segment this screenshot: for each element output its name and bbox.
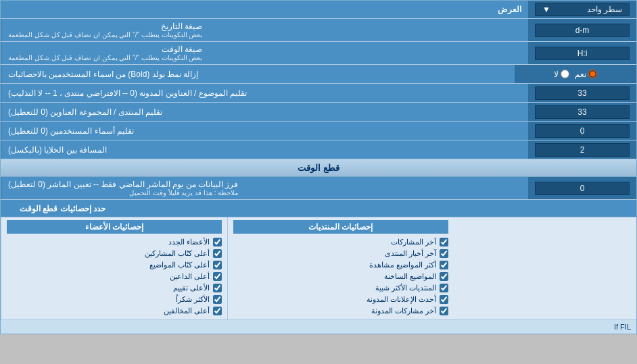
cb-new-members[interactable]	[213, 238, 222, 246]
trim-usernames-input-cell	[528, 122, 636, 140]
date-format-input-cell	[528, 19, 636, 41]
radio-no-label[interactable]: لا	[554, 70, 569, 79]
cell-spacing-input-cell	[528, 140, 636, 159]
realtime-input-cell	[528, 177, 636, 199]
list-item: أعلى المخالفين	[7, 305, 222, 317]
cb-latest-blog-announcements[interactable]	[440, 295, 448, 304]
realtime-input[interactable]	[535, 182, 630, 195]
title-order-input[interactable]	[535, 86, 630, 100]
date-format-row: صيغة التاريخ بعض التكوينات يتطلب "/" الت…	[1, 19, 636, 42]
if-fil-text: If FIL	[614, 323, 631, 331]
list-item: أعلى كتّاب المواضيع	[7, 259, 222, 271]
list-item: آخر أخبار المنتدى	[233, 248, 448, 259]
main-container: العرض سطر واحد ▼ صيغة التاريخ بعض التكوي…	[0, 0, 637, 334]
cb-top-rated[interactable]	[213, 284, 222, 292]
cb-top-posters[interactable]	[213, 249, 222, 258]
list-item: الأعلى تقييم	[7, 282, 222, 294]
checkbox-col-members: إحصائيات الأعضاء الأعضاء الجدد أعلى كتّا…	[1, 217, 227, 319]
header-row: العرض سطر واحد ▼	[1, 1, 636, 19]
cb-most-thanked[interactable]	[213, 295, 222, 304]
cb-top-inviters[interactable]	[213, 272, 222, 281]
title-order-label: تقليم الموضوع / العناوين المدونة (0 -- ا…	[1, 84, 528, 102]
time-format-input-cell	[528, 42, 636, 64]
trim-usernames-label: تقليم أسماء المستخدمين (0 للتعطيل)	[1, 122, 528, 140]
cell-spacing-label: المسافة بين الخلايا (بالبكسل)	[1, 140, 528, 159]
cell-spacing-row: المسافة بين الخلايا (بالبكسل)	[1, 140, 636, 159]
view-dropdown[interactable]: سطر واحد ▼	[535, 3, 630, 16]
title-order-row: تقليم الموضوع / العناوين المدونة (0 -- ا…	[1, 84, 636, 103]
header-label: العرض	[1, 2, 528, 17]
chevron-down-icon: ▼	[542, 5, 550, 14]
if-fil-bar: If FIL	[1, 319, 636, 334]
realtime-label: فرز البيانات من يوم الماشر الماضي فقط --…	[1, 177, 528, 199]
realtime-row: فرز البيانات من يوم الماشر الماضي فقط --…	[1, 177, 636, 200]
list-item: أحدث الإعلانات المدونة	[233, 294, 448, 305]
forum-usernames-row: تقليم المنتدى / المجموعة العناوين (0 للت…	[1, 103, 636, 122]
cb-most-viewed[interactable]	[440, 261, 448, 269]
title-order-input-cell	[528, 84, 636, 102]
col-members-header: إحصائيات الأعضاء	[7, 220, 222, 234]
limit-section-label: حدد إحصائيات قطع الوقت	[20, 204, 105, 213]
list-item: آخر مشاركات المدونة	[233, 305, 448, 317]
cb-hot-topics[interactable]	[440, 272, 448, 281]
cb-top-violators[interactable]	[213, 307, 222, 315]
bold-remove-row: إزالة نمط بولد (Bold) من اسماء المستخدمي…	[1, 65, 636, 84]
cb-most-similar-forums[interactable]	[440, 284, 448, 292]
radio-no[interactable]	[561, 70, 569, 78]
col-forums-header: إحصائيات المنتديات	[233, 220, 448, 234]
limit-section-bar: حدد إحصائيات قطع الوقت	[1, 200, 636, 217]
header-dropdown-cell: سطر واحد ▼	[528, 1, 636, 18]
list-item: أعلى الداعين	[7, 271, 222, 282]
date-format-input[interactable]	[535, 24, 630, 37]
cell-spacing-input[interactable]	[535, 143, 630, 157]
cb-last-blog-posts[interactable]	[440, 307, 448, 315]
forum-usernames-input[interactable]	[535, 105, 630, 119]
cb-last-posts[interactable]	[440, 238, 448, 246]
cb-top-thread-writers[interactable]	[213, 261, 222, 269]
realtime-section-header: قطع الوقت	[1, 159, 636, 177]
checkbox-col-forums: إحصائيات المنتديات آخر المشاركات آخر أخب…	[227, 217, 454, 319]
list-item: آخر المشاركات	[233, 236, 448, 248]
forum-usernames-input-cell	[528, 103, 636, 121]
date-format-label: صيغة التاريخ بعض التكوينات يتطلب "/" الت…	[1, 19, 528, 41]
list-item: الأعضاء الجدد	[7, 236, 222, 248]
time-format-input[interactable]	[535, 47, 630, 60]
forum-usernames-label: تقليم المنتدى / المجموعة العناوين (0 للت…	[1, 103, 528, 121]
cb-last-news[interactable]	[440, 249, 448, 258]
time-format-row: صيغة الوقت بعض التكوينات يتطلب "/" التي …	[1, 42, 636, 65]
checkbox-columns-container: إحصائيات الأعضاء الأعضاء الجدد أعلى كتّا…	[1, 217, 636, 319]
list-item: أكثر المواضيع مشاهدة	[233, 259, 448, 271]
radio-yes[interactable]	[588, 70, 597, 78]
time-format-label: صيغة الوقت بعض التكوينات يتطلب "/" التي …	[1, 42, 528, 64]
list-item: الأكثر شكراً	[7, 294, 222, 305]
bold-remove-radio-cell: نعم لا	[515, 65, 636, 83]
list-item: المنتديات الأكثر شبية	[233, 282, 448, 294]
bold-remove-label: إزالة نمط بولد (Bold) من اسماء المستخدمي…	[1, 65, 515, 83]
list-item: أعلى كتّاب المشاركين	[7, 248, 222, 259]
checkbox-col-empty	[454, 217, 636, 319]
radio-yes-label[interactable]: نعم	[575, 70, 597, 79]
trim-usernames-input[interactable]	[535, 124, 630, 138]
list-item: المواضيع الساخنة	[233, 271, 448, 282]
trim-usernames-row: تقليم أسماء المستخدمين (0 للتعطيل)	[1, 122, 636, 140]
